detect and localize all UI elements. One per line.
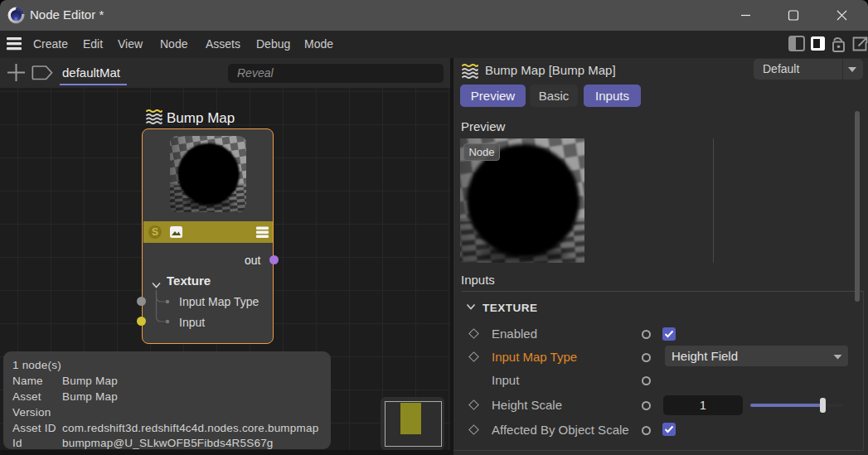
svg-text:S: S (152, 226, 158, 238)
